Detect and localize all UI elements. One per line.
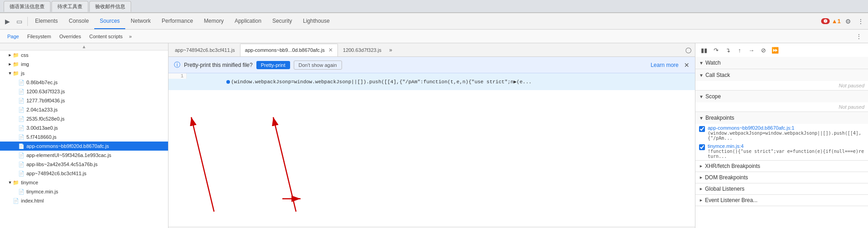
dont-pause-button[interactable]: ⏩ (770, 45, 780, 55)
pretty-print-button[interactable]: Pretty-print (256, 61, 290, 69)
breakpoint-checkbox-2[interactable] (699, 144, 705, 150)
close-tab-icon[interactable]: ✕ (328, 47, 333, 53)
inspect-icon[interactable]: ▶ (2, 16, 13, 27)
browser-tab-2[interactable]: 待求工具查 (51, 1, 88, 12)
code-area: app~748942c6.bc3cf411.js app-commons~bb9… (168, 43, 695, 228)
code-tab-app-commons[interactable]: app-commons~bb9...0d.b8670afc.js ✕ (240, 44, 338, 56)
devtools-nav: ▶ ▭ Elements Console Sources Network Per… (0, 13, 868, 30)
step-into-button[interactable]: ↴ (723, 45, 733, 55)
browser-tab-3[interactable]: 验收邮件信息 (89, 1, 131, 12)
scope-toggle-icon: ▼ (699, 94, 704, 99)
warning-badge: ▲1 (832, 18, 841, 25)
global-listeners-header[interactable]: ► Global Listeners (695, 183, 868, 195)
tab-security[interactable]: Security (267, 13, 297, 29)
step-over-button[interactable]: ↷ (711, 45, 721, 55)
subtab-overrides[interactable]: Overrides (56, 33, 85, 40)
scope-label: Scope (705, 93, 721, 100)
tree-file-1200[interactable]: 📄 1200.63d7f323.js (0, 87, 168, 96)
pause-button[interactable]: ▮▮ (699, 45, 709, 55)
tab-network[interactable]: Network (125, 13, 156, 29)
code-tab-more[interactable]: » (386, 44, 395, 56)
scope-status: Not paused (695, 102, 868, 111)
call-stack-section: ▼ Call Stack Not paused (695, 69, 868, 91)
pretty-print-text: Pretty-print this minified file? (184, 62, 253, 68)
tree-file-app-main[interactable]: 📄 app~748942c6.bc3cf411.js (0, 169, 168, 178)
deactivate-button[interactable]: ⊘ (758, 45, 768, 55)
subtab-filesystem[interactable]: Filesystem (24, 33, 55, 40)
close-pretty-bar-icon[interactable]: ✕ (684, 61, 689, 69)
xhr-label: XHR/fetch Breakpoints (705, 163, 760, 169)
subtab-content-scripts[interactable]: Content scripts (86, 33, 126, 40)
step-out-button[interactable]: ↑ (735, 45, 745, 55)
breakpoint-filename-1[interactable]: app-commons~bb9f020d.b8670afc.js:1 (708, 125, 864, 131)
tree-file-2[interactable]: 📄 2.04c1a233.js (0, 105, 168, 114)
tree-file-app-commons[interactable]: 📄 app-commons~bb9f020d.b8670afc.js (0, 142, 168, 151)
nav-divider (27, 17, 28, 26)
breakpoints-label: Breakpoints (705, 115, 734, 121)
step-button[interactable]: → (746, 45, 756, 55)
tab-application[interactable]: Application (229, 13, 267, 29)
info-icon: ⓘ (174, 61, 180, 69)
line-code-1: (window.webpackJsonp=window.webpackJsonp… (187, 73, 695, 90)
tree-js-folder[interactable]: ▼ 📁 js (0, 69, 168, 78)
debugger-controls: ▮▮ ↷ ↴ ↑ → ⊘ ⏩ (695, 43, 868, 57)
browser-top-bar: 德语算法信息查 待求工具查 验收邮件信息 (0, 0, 868, 13)
format-icon[interactable]: ◯ (683, 45, 693, 55)
tree-file-0[interactable]: 📄 0.86b4b7ec.js (0, 78, 168, 87)
breakpoints-section: ▼ Breakpoints app-commons~bb9f020d.b8670… (695, 112, 868, 161)
tree-file-5[interactable]: 📄 5.f7418660.js (0, 132, 168, 142)
code-line-1[interactable]: 1 (window.webpackJsonp=window.webpackJso… (168, 73, 695, 90)
device-icon[interactable]: ▭ (14, 16, 25, 27)
devtools-container: ▶ ▭ Elements Console Sources Network Per… (0, 13, 868, 228)
tree-tinymce-min[interactable]: 📄 tinymce.min.js (0, 187, 168, 196)
dom-toggle-icon: ► (699, 175, 703, 180)
devtools-nav-left: ▶ ▭ (2, 16, 30, 27)
tab-sources[interactable]: Sources (94, 13, 125, 29)
tab-lighthouse[interactable]: Lighthouse (297, 13, 335, 29)
subtab-page[interactable]: Page (4, 33, 23, 40)
tab-memory[interactable]: Memory (199, 13, 229, 29)
code-tab-1200[interactable]: 1200.63d7f323.js (338, 44, 386, 56)
watch-toggle-icon: ▼ (699, 61, 704, 66)
call-stack-status: Not paused (695, 81, 868, 90)
tab-console[interactable]: Console (63, 13, 94, 29)
breakpoint-checkbox-1[interactable] (699, 126, 705, 132)
subtab-kebab[interactable]: ⋮ (853, 32, 864, 41)
tree-file-1277[interactable]: 📄 1277.7b9f0436.js (0, 96, 168, 105)
dont-show-button[interactable]: Don't show again (294, 61, 342, 70)
tab-elements[interactable]: Elements (30, 13, 63, 29)
breakpoint-info-2: tinymce.min.js:4 !function(){"use strict… (708, 143, 864, 159)
tab-performance[interactable]: Performance (156, 13, 199, 29)
tree-file-2535[interactable]: 📄 2535.f0c528e0.js (0, 114, 168, 123)
breakpoints-header[interactable]: ▼ Breakpoints (695, 112, 868, 124)
dom-breakpoints-header[interactable]: ► DOM Breakpoints (695, 172, 868, 183)
xhr-breakpoints-header[interactable]: ► XHR/fetch Breakpoints (695, 161, 868, 172)
tree-file-app-elementui[interactable]: 📄 app-elementUI~59f3426a.1e993cac.js (0, 151, 168, 160)
tree-tinymce-folder[interactable]: ▼ 📁 tinymce (0, 178, 168, 187)
settings-icon[interactable]: ⚙ (842, 16, 853, 27)
tree-index-html[interactable]: 📄 index.html (0, 196, 168, 205)
breakpoint-dot (226, 80, 230, 84)
tree-file-3[interactable]: 📄 3.00d13ae0.js (0, 123, 168, 132)
event-listener-header[interactable]: ► Event Listener Brea... (695, 195, 868, 206)
global-label: Global Listeners (705, 186, 745, 192)
subtab-more[interactable]: » (127, 33, 133, 40)
breakpoint-filename-2[interactable]: tinymce.min.js:4 (708, 143, 864, 149)
watch-section: ▼ Watch (695, 57, 868, 69)
code-content: 1 (window.webpackJsonp=window.webpackJso… (168, 73, 695, 228)
watch-header[interactable]: ▼ Watch (695, 57, 868, 69)
browser-tab-1[interactable]: 德语算法信息查 (4, 1, 51, 12)
event-toggle-icon: ► (699, 198, 703, 203)
breakpoint-item-1: app-commons~bb9f020d.b8670afc.js:1 (wind… (695, 124, 868, 142)
learn-more-link[interactable]: Learn more (651, 62, 679, 68)
tree-file-app-libs[interactable]: 📄 app-libs~2a42e354.4c51a76b.js (0, 160, 168, 169)
dom-label: DOM Breakpoints (705, 174, 748, 181)
code-tab-app[interactable]: app~748942c6.bc3cf411.js (170, 44, 240, 56)
tree-img-folder[interactable]: ► 📁 img (0, 60, 168, 69)
tree-css-folder[interactable]: ► 📁 css (0, 51, 168, 60)
call-stack-header[interactable]: ▼ Call Stack (695, 69, 868, 81)
code-tab-actions: ◯ (683, 45, 693, 55)
xhr-toggle-icon: ► (699, 164, 703, 168)
more-icon[interactable]: ⋮ (855, 16, 866, 27)
scope-header[interactable]: ▼ Scope (695, 91, 868, 102)
